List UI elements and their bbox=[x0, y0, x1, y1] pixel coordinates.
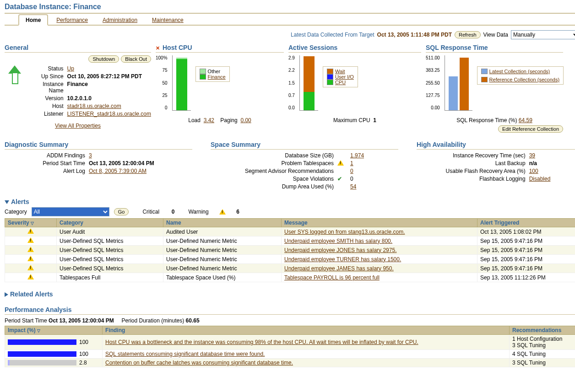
ha-flash[interactable]: 100 bbox=[529, 168, 575, 174]
hostcpu-legend: Other Finance bbox=[195, 66, 230, 82]
cell-triggered: Sep 15, 2005 9:47:16 PM bbox=[477, 264, 575, 273]
tab-performance[interactable]: Performance bbox=[50, 15, 94, 25]
edit-reference-button[interactable]: Edit Reference Collection bbox=[498, 125, 563, 133]
cell-name: User-Defined Numeric Metric bbox=[163, 236, 282, 246]
legend-latest[interactable]: Latest Collection (seconds) bbox=[489, 69, 550, 74]
v-status[interactable]: Up bbox=[67, 65, 151, 72]
category-label: Category bbox=[5, 209, 27, 215]
v-host[interactable]: stadr18.us.oracle.com bbox=[67, 103, 151, 109]
latest-value: Oct 13, 2005 1:11:48 PM PDT bbox=[377, 32, 452, 38]
critical-value: 0 bbox=[172, 209, 175, 215]
warning-icon bbox=[219, 209, 226, 215]
tab-maintenance[interactable]: Maintenance bbox=[146, 15, 190, 25]
table-row: 100Host CPU was a bottleneck and the ins… bbox=[5, 335, 575, 350]
alert-message-link[interactable]: Tablespace PAYROLL is 96 percent full bbox=[284, 274, 380, 281]
alert-log[interactable]: Oct 8, 2005 7:39:00 AM bbox=[89, 168, 192, 174]
v-version: 10.2.0.1.0 bbox=[67, 95, 151, 102]
col-impact[interactable]: Impact (%) ▽ bbox=[5, 326, 103, 335]
space-segadv[interactable]: 0 bbox=[350, 168, 398, 174]
cell-category: Tablespaces Full bbox=[57, 273, 163, 282]
active-heading: Active Sessions bbox=[288, 44, 421, 51]
k-iname: Instance Name bbox=[27, 81, 64, 94]
impact-value: 100 bbox=[79, 339, 88, 345]
col-triggered[interactable]: Alert Triggered bbox=[477, 219, 575, 227]
space-problem-ts[interactable]: 1 bbox=[350, 160, 398, 166]
sqlrt-v[interactable]: 64.59 bbox=[519, 117, 532, 124]
col-message[interactable]: Message bbox=[282, 219, 477, 227]
expand-icon[interactable] bbox=[5, 292, 8, 297]
k-version: Version bbox=[27, 95, 64, 102]
tabs-bar: Home Performance Administration Maintena… bbox=[5, 14, 575, 26]
swatch-userio-icon bbox=[327, 74, 333, 80]
addm-findings[interactable]: 3 bbox=[89, 152, 192, 159]
view-all-properties[interactable]: View All Properties bbox=[55, 123, 101, 129]
category-select[interactable]: All bbox=[32, 207, 109, 216]
col-category[interactable]: Category bbox=[57, 219, 163, 227]
refresh-button[interactable]: Refresh bbox=[455, 31, 481, 38]
cell-category: User-Defined SQL Metrics bbox=[57, 246, 163, 255]
diag-summary: Diagnostic Summary ADDM Findings3 Period… bbox=[5, 141, 192, 190]
warning-icon bbox=[27, 256, 34, 261]
perf-section: Performance Analysis Period Start Time O… bbox=[5, 306, 575, 367]
blackout-button[interactable]: Black Out bbox=[121, 55, 151, 63]
go-button[interactable]: Go bbox=[114, 208, 129, 215]
alert-message-link[interactable]: Underpaid employee JAMES has salary 950. bbox=[284, 265, 394, 272]
legend-finance[interactable]: Finance bbox=[208, 74, 226, 80]
alert-message-link[interactable]: Underpaid employee TURNER has salary 150… bbox=[284, 256, 401, 263]
legend-cpu[interactable]: CPU bbox=[335, 80, 346, 85]
related-alerts-heading: Related Alerts bbox=[10, 290, 53, 298]
k-listener: Listener bbox=[27, 111, 64, 117]
table-row: User-Defined SQL MetricsUser-Defined Num… bbox=[5, 246, 575, 255]
space-dump[interactable]: 54 bbox=[350, 183, 398, 190]
perf-pd-v: 60.65 bbox=[186, 317, 200, 324]
perf-table: Impact (%) ▽ Finding Recommendations 100… bbox=[5, 326, 575, 367]
col-severity[interactable]: Severity ▽ bbox=[5, 219, 57, 227]
cell-triggered: Sep 15, 2005 9:47:16 PM bbox=[477, 236, 575, 246]
active-legend: Wait User I/O CPU bbox=[323, 66, 358, 87]
space-dbsize[interactable]: 1.974 bbox=[350, 152, 398, 159]
shutdown-button[interactable]: Shutdown bbox=[88, 55, 119, 63]
cell-category: User Audit bbox=[57, 227, 163, 236]
col-rec[interactable]: Recommendations bbox=[510, 326, 575, 335]
legend-userio[interactable]: User I/O bbox=[335, 74, 354, 80]
col-finding[interactable]: Finding bbox=[103, 326, 510, 335]
alert-message-link[interactable]: User SYS logged on from stang13.us.oracl… bbox=[284, 229, 405, 235]
ha-flashlog[interactable]: Disabled bbox=[529, 176, 575, 182]
finding-link[interactable]: Contention on buffer cache latches was c… bbox=[105, 360, 293, 366]
warning-value: 6 bbox=[236, 209, 239, 215]
sqlrt-axis: 511.00383.25255.50127.750.00 bbox=[426, 55, 440, 110]
cell-triggered: Sep 13, 2005 11:12:26 PM bbox=[477, 273, 575, 282]
cell-name: User-Defined Numeric Metric bbox=[163, 264, 282, 273]
tab-administration[interactable]: Administration bbox=[96, 15, 144, 25]
cell-rec: 4 SQL Tuning bbox=[510, 350, 575, 359]
perf-heading: Performance Analysis bbox=[5, 306, 575, 313]
tab-home[interactable]: Home bbox=[18, 14, 48, 26]
ha-irt[interactable]: 39 bbox=[529, 152, 575, 159]
table-row: User-Defined SQL MetricsUser-Defined Num… bbox=[5, 264, 575, 273]
panel-general: General Shutdown Black Out StatusUp Up S… bbox=[5, 44, 151, 133]
perf-pst-v: Oct 13, 2005 12:00:04 PM bbox=[49, 317, 114, 324]
warning-icon bbox=[27, 274, 34, 279]
ha-heading: High Availability bbox=[417, 141, 575, 148]
alert-message-link[interactable]: Underpaid employee JONES has salary 2975… bbox=[284, 247, 396, 253]
active-chart bbox=[299, 55, 318, 111]
warning-icon bbox=[27, 228, 34, 234]
alert-message-link[interactable]: Underpaid employee SMITH has salary 800. bbox=[284, 238, 392, 244]
finding-link[interactable]: Host CPU was a bottleneck and the instan… bbox=[105, 339, 418, 345]
view-data-select[interactable]: Manually bbox=[511, 30, 575, 39]
v-listener[interactable]: LISTENER_stadr18.us.oracle.com bbox=[67, 111, 151, 117]
collapse-icon[interactable] bbox=[5, 200, 9, 204]
warning-icon bbox=[27, 265, 34, 270]
finding-link[interactable]: SQL statements consuming significant dat… bbox=[105, 351, 265, 357]
legend-reference[interactable]: Reference Collection (seconds) bbox=[489, 77, 559, 82]
table-row: User-Defined SQL MetricsUser-Defined Num… bbox=[5, 236, 575, 246]
paging-v[interactable]: 0.00 bbox=[240, 117, 251, 124]
swatch-cpu-icon bbox=[327, 80, 333, 85]
col-name[interactable]: Name bbox=[163, 219, 282, 227]
swatch-other-icon bbox=[200, 69, 206, 74]
legend-wait[interactable]: Wait bbox=[335, 69, 345, 74]
perf-pd-k: Period Duration (minutes) bbox=[121, 317, 184, 324]
load-v[interactable]: 3.42 bbox=[204, 117, 214, 124]
table-row: 2.8Contention on buffer cache latches wa… bbox=[5, 359, 575, 367]
cell-category: User-Defined SQL Metrics bbox=[57, 255, 163, 264]
